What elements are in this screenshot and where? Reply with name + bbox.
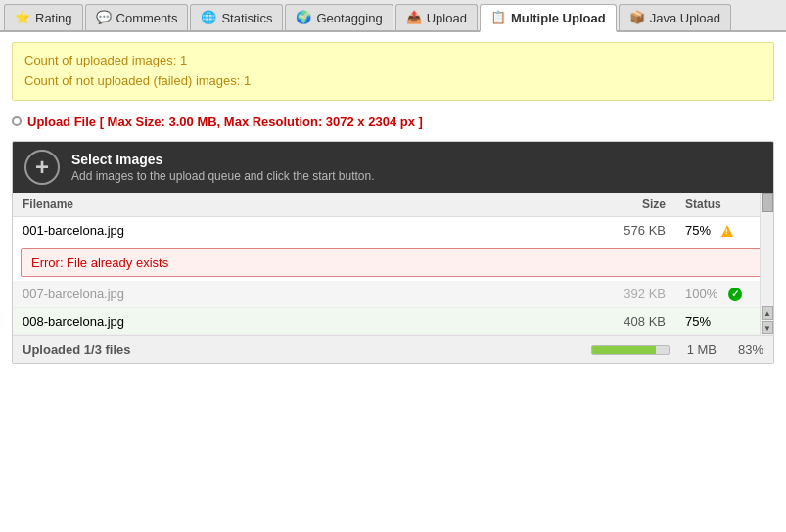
footer-uploaded-suffix: files [102, 342, 131, 357]
footer-files-fraction: 1/3 [84, 342, 102, 357]
progress-bar [591, 345, 670, 355]
col-header-size: Size [597, 193, 675, 217]
tab-geotagging-label: Geotagging [316, 11, 382, 25]
geotagging-icon: 🌍 [296, 10, 311, 25]
file-status-2: 75% [675, 308, 754, 335]
footer-percent: 83% [724, 342, 763, 357]
file-size-0: 576 KB [597, 216, 675, 244]
file-table: Filename Size Status 001-barcelona.jpg 5… [13, 193, 773, 336]
scrollbar-track[interactable]: ▲ ▼ [760, 193, 773, 336]
file-status-text-2: 75% [685, 314, 711, 329]
tab-multiple-upload-label: Multiple Upload [511, 11, 606, 25]
tab-java-upload-label: Java Upload [650, 11, 720, 25]
col-header-filename: Filename [13, 193, 597, 217]
tab-statistics[interactable]: 🌐 Statistics [190, 4, 283, 30]
select-images-text: Select Images Add images to the upload q… [71, 152, 375, 183]
error-message: Error: File already exists [21, 248, 765, 277]
file-name-2: 008-barcelona.jpg [13, 308, 597, 335]
footer-uploaded-prefix: Uploaded [23, 342, 84, 357]
file-table-header: Filename Size Status [13, 193, 773, 217]
file-list-container: Filename Size Status 001-barcelona.jpg 5… [13, 193, 773, 336]
main-content: Count of uploaded images: 1 Count of not… [0, 32, 786, 374]
scrollbar-thumb[interactable] [762, 193, 773, 212]
progress-bar-fill [592, 346, 656, 354]
file-status-text-0: 75% [685, 223, 711, 238]
warning-exclamation: ! [725, 227, 728, 236]
add-files-button[interactable]: + [24, 150, 60, 185]
java-upload-icon: 📦 [629, 10, 645, 25]
tab-rating-label: Rating [35, 11, 72, 25]
tab-upload[interactable]: 📤 Upload [395, 4, 478, 30]
file-name-0: 001-barcelona.jpg [13, 216, 597, 244]
tab-multiple-upload[interactable]: 📋 Multiple Upload [480, 4, 617, 32]
error-row: Error: File already exists [13, 244, 773, 281]
file-size-2: 408 KB [597, 308, 675, 335]
statistics-icon: 🌐 [201, 10, 216, 25]
tab-bar: ⭐ Rating 💬 Comments 🌐 Statistics 🌍 Geota… [0, 0, 786, 32]
progress-container: 1 MB 83% [143, 342, 763, 357]
select-images-title: Select Images [71, 152, 375, 167]
check-icon: ✓ [728, 288, 742, 301]
select-images-subtitle: Add images to the upload queue and click… [71, 169, 375, 183]
info-box: Count of uploaded images: 1 Count of not… [12, 42, 774, 101]
upload-label-text: Upload File [ Max Size: 3.00 MB, Max Res… [27, 114, 423, 129]
scrollbar-arrow-up[interactable]: ▲ [762, 306, 773, 320]
multiple-upload-icon: 📋 [490, 10, 506, 25]
file-status-1: 100% ✓ [675, 281, 754, 308]
tab-geotagging[interactable]: 🌍 Geotagging [285, 4, 393, 30]
footer-bar: Uploaded 1/3 files 1 MB 83% [13, 335, 773, 363]
upload-icon: 📤 [406, 10, 422, 25]
file-size-1: 392 KB [597, 281, 675, 308]
col-header-status: Status [675, 193, 754, 217]
file-name-1: 007-barcelona.jpg [13, 281, 597, 308]
table-row: 008-barcelona.jpg 408 KB 75% [13, 308, 773, 335]
tab-upload-label: Upload [427, 11, 467, 25]
info-line1: Count of uploaded images: 1 [24, 51, 762, 71]
rating-icon: ⭐ [15, 10, 30, 25]
upload-panel: + Select Images Add images to the upload… [12, 141, 774, 365]
select-images-header: + Select Images Add images to the upload… [13, 142, 773, 193]
tab-comments-label: Comments [116, 11, 178, 25]
upload-file-label: Upload File [ Max Size: 3.00 MB, Max Res… [12, 114, 774, 129]
info-line2: Count of not uploaded (failed) images: 1 [24, 71, 762, 92]
tab-statistics-label: Statistics [221, 11, 272, 25]
plus-icon: + [35, 154, 49, 181]
file-status-0: 75% ! [675, 216, 754, 244]
table-row: 007-barcelona.jpg 392 KB 100% ✓ [13, 281, 773, 308]
tab-java-upload[interactable]: 📦 Java Upload [619, 4, 731, 30]
tab-rating[interactable]: ⭐ Rating [4, 4, 83, 30]
footer-size: 1 MB [677, 342, 717, 357]
file-status-text-1: 100% [685, 287, 717, 301]
tab-comments[interactable]: 💬 Comments [85, 4, 189, 30]
comments-icon: 💬 [96, 10, 112, 25]
scrollbar-arrow-down[interactable]: ▼ [762, 321, 773, 334]
table-row: 001-barcelona.jpg 576 KB 75% ! [13, 216, 773, 244]
footer-label: Uploaded 1/3 files [23, 342, 131, 357]
collapse-icon[interactable] [12, 116, 22, 126]
